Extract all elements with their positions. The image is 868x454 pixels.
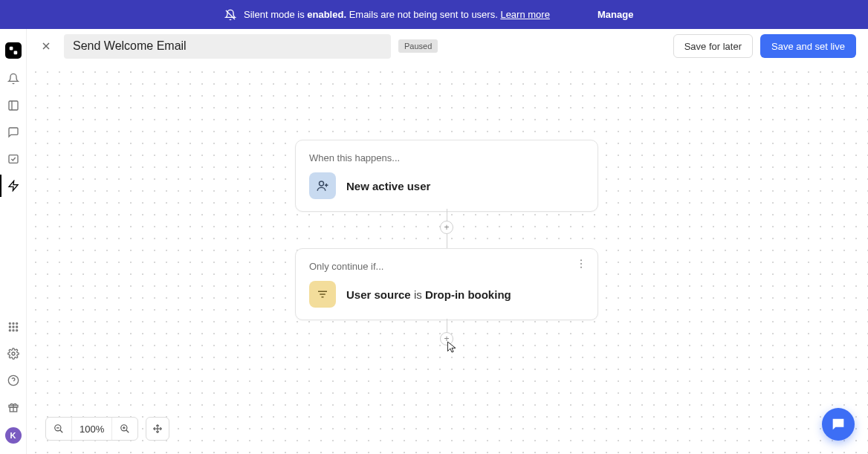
- svg-point-29: [580, 267, 582, 268]
- layout-icon[interactable]: [7, 99, 20, 112]
- filter-icon: [309, 281, 336, 308]
- svg-point-28: [580, 263, 582, 265]
- close-button[interactable]: [36, 36, 56, 56]
- trigger-card[interactable]: When this happens... New active user: [295, 140, 598, 212]
- workflow-title-input[interactable]: [64, 34, 391, 59]
- tasks-icon[interactable]: [7, 152, 20, 166]
- svg-line-34: [60, 430, 63, 433]
- svg-point-24: [320, 181, 324, 186]
- svg-point-14: [13, 330, 14, 331]
- svg-point-15: [16, 330, 17, 331]
- svg-marker-6: [9, 181, 18, 190]
- silent-mode-banner: Silent mode is enabled. Emails are not b…: [0, 0, 868, 29]
- header-bar: Paused Save for later Save and set live: [27, 29, 868, 63]
- status-badge: Paused: [398, 39, 438, 53]
- svg-rect-3: [9, 101, 18, 110]
- zoom-level: 100%: [71, 418, 112, 440]
- workflow-canvas[interactable]: When this happens... New active user + O…: [27, 63, 868, 454]
- user-avatar[interactable]: K: [5, 427, 22, 444]
- svg-line-37: [126, 430, 129, 433]
- svg-point-11: [13, 326, 14, 328]
- svg-point-9: [16, 322, 17, 324]
- settings-icon[interactable]: [7, 347, 20, 360]
- banner-text: Silent mode is enabled. Emails are not b…: [244, 9, 550, 20]
- apps-icon[interactable]: [7, 320, 20, 334]
- bell-off-icon: [224, 9, 236, 21]
- sidebar: K: [0, 29, 27, 454]
- manage-link[interactable]: Manage: [597, 9, 633, 20]
- condition-expression: User source is Drop-in booking: [346, 288, 511, 301]
- svg-point-12: [16, 326, 17, 328]
- user-plus-icon: [309, 172, 336, 199]
- notifications-icon[interactable]: [7, 72, 20, 85]
- learn-more-link[interactable]: Learn more: [500, 9, 549, 20]
- svg-point-8: [13, 322, 14, 324]
- zoom-toolbar: 100%: [45, 417, 169, 441]
- help-icon[interactable]: [7, 374, 20, 387]
- card-menu-button[interactable]: [574, 256, 589, 271]
- condition-card[interactable]: Only continue if... User source is Drop-…: [295, 248, 598, 320]
- trigger-label: When this happens...: [309, 152, 584, 163]
- svg-point-10: [9, 326, 10, 328]
- add-step-button[interactable]: +: [440, 332, 453, 346]
- save-for-later-button[interactable]: Save for later: [673, 34, 753, 58]
- svg-rect-1: [9, 47, 13, 51]
- svg-rect-2: [13, 51, 17, 55]
- app-logo[interactable]: [5, 42, 22, 59]
- svg-point-27: [580, 259, 582, 261]
- condition-label: Only continue if...: [309, 261, 584, 272]
- save-and-set-live-button[interactable]: Save and set live: [760, 34, 856, 58]
- svg-point-16: [12, 352, 15, 355]
- svg-point-7: [9, 322, 10, 324]
- svg-point-13: [9, 330, 10, 331]
- zoom-in-button[interactable]: [112, 417, 137, 441]
- gifts-icon[interactable]: [7, 401, 20, 414]
- add-step-button[interactable]: +: [440, 221, 453, 234]
- automations-icon[interactable]: [7, 179, 20, 192]
- svg-rect-5: [9, 155, 18, 163]
- intercom-launcher[interactable]: [822, 408, 855, 441]
- pan-button[interactable]: [146, 417, 169, 441]
- messages-icon[interactable]: [7, 126, 20, 139]
- trigger-title: New active user: [346, 180, 430, 192]
- zoom-out-button[interactable]: [46, 417, 71, 441]
